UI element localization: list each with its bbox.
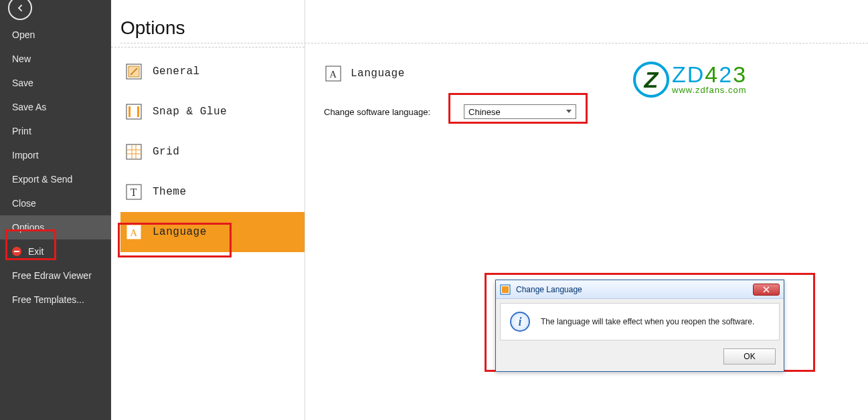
sidebar-item-open[interactable]: Open bbox=[0, 23, 111, 47]
option-label: General bbox=[153, 66, 200, 78]
dialog-ok-button[interactable]: OK bbox=[723, 348, 776, 364]
language-section-header: A Language bbox=[324, 64, 405, 83]
language-field-label: Change software language: bbox=[324, 107, 430, 117]
chevron-down-icon bbox=[566, 110, 572, 113]
svg-rect-5 bbox=[126, 144, 141, 159]
sidebar-item-exit[interactable]: Exit bbox=[0, 239, 111, 264]
watermark-logo-icon: Z bbox=[633, 62, 669, 98]
sidebar-item-label: Open bbox=[12, 29, 35, 40]
sidebar-item-label: Save As bbox=[12, 102, 46, 112]
sidebar-item-free-templates[interactable]: Free Templates... bbox=[0, 288, 111, 312]
sidebar-item-label: Options bbox=[12, 222, 44, 233]
theme-icon: T bbox=[124, 183, 143, 201]
divider bbox=[111, 47, 305, 47]
sidebar-item-close[interactable]: Close bbox=[0, 191, 111, 215]
options-list-panel: Options General Snap & Glue Grid T Theme bbox=[111, 0, 305, 420]
watermark: Z ZD423 www.zdfans.com bbox=[633, 62, 747, 98]
sidebar-item-label: Close bbox=[12, 198, 36, 209]
sidebar-item-label: Free Edraw Viewer bbox=[12, 270, 92, 281]
sidebar-item-options[interactable]: Options bbox=[0, 215, 111, 239]
info-icon: i bbox=[510, 312, 530, 332]
sidebar-item-export-send[interactable]: Export & Send bbox=[0, 167, 111, 191]
svg-rect-3 bbox=[128, 106, 131, 117]
snap-glue-icon bbox=[124, 102, 143, 121]
watermark-brand: ZD423 bbox=[672, 62, 747, 88]
dialog-titlebar[interactable]: Change Language bbox=[496, 280, 784, 299]
option-label: Language bbox=[153, 226, 207, 238]
language-select[interactable]: Chinese bbox=[464, 104, 576, 119]
options-item-language[interactable]: A Language bbox=[120, 212, 305, 252]
language-select-value: Chinese bbox=[468, 107, 501, 117]
options-item-snap-glue[interactable]: Snap & Glue bbox=[120, 92, 305, 132]
svg-rect-13 bbox=[502, 286, 509, 293]
general-icon bbox=[124, 62, 143, 81]
grid-icon bbox=[124, 142, 143, 161]
sidebar-item-save-as[interactable]: Save As bbox=[0, 95, 111, 119]
sidebar-item-new[interactable]: New bbox=[0, 47, 111, 71]
sidebar-item-label: Export & Send bbox=[12, 174, 72, 185]
dialog-footer: OK bbox=[496, 344, 784, 371]
sidebar-item-import[interactable]: Import bbox=[0, 143, 111, 167]
sidebar-item-label: Free Templates... bbox=[12, 294, 84, 305]
svg-rect-4 bbox=[137, 106, 139, 117]
option-label: Grid bbox=[153, 146, 179, 158]
app-icon bbox=[500, 284, 511, 295]
sidebar-item-label: Exit bbox=[28, 246, 44, 257]
option-label: Theme bbox=[153, 186, 187, 198]
sidebar-item-label: Save bbox=[12, 78, 33, 88]
sidebar-item-label: Print bbox=[12, 126, 31, 136]
option-label: Snap & Glue bbox=[153, 106, 227, 118]
options-item-general[interactable]: General bbox=[120, 51, 305, 92]
sidebar-item-label: Import bbox=[12, 150, 39, 161]
section-title: Language bbox=[351, 68, 405, 80]
dialog-title: Change Language bbox=[516, 285, 748, 294]
sidebar-item-save[interactable]: Save bbox=[0, 71, 111, 95]
divider bbox=[120, 43, 868, 43]
dialog-close-button[interactable] bbox=[753, 284, 780, 296]
options-item-theme[interactable]: T Theme bbox=[120, 172, 305, 212]
options-title: Options bbox=[120, 17, 305, 39]
svg-text:A: A bbox=[130, 227, 137, 238]
change-language-dialog: Change Language i The language will take… bbox=[495, 280, 784, 372]
svg-text:T: T bbox=[131, 187, 137, 198]
sidebar-item-free-viewer[interactable]: Free Edraw Viewer bbox=[0, 264, 111, 288]
sidebar-item-label: New bbox=[12, 54, 31, 64]
sidebar-item-print[interactable]: Print bbox=[0, 119, 111, 143]
back-button[interactable] bbox=[8, 0, 32, 20]
language-icon: A bbox=[324, 64, 343, 83]
dialog-message: The language will take effect when you r… bbox=[541, 317, 754, 326]
watermark-url: www.zdfans.com bbox=[672, 85, 747, 95]
language-icon: A bbox=[124, 223, 143, 241]
file-sidebar: Open New Save Save As Print Import Expor… bbox=[0, 0, 111, 420]
options-item-grid[interactable]: Grid bbox=[120, 132, 305, 172]
exit-icon bbox=[12, 247, 21, 256]
dialog-body: i The language will take effect when you… bbox=[500, 303, 780, 340]
svg-text:A: A bbox=[329, 69, 337, 80]
